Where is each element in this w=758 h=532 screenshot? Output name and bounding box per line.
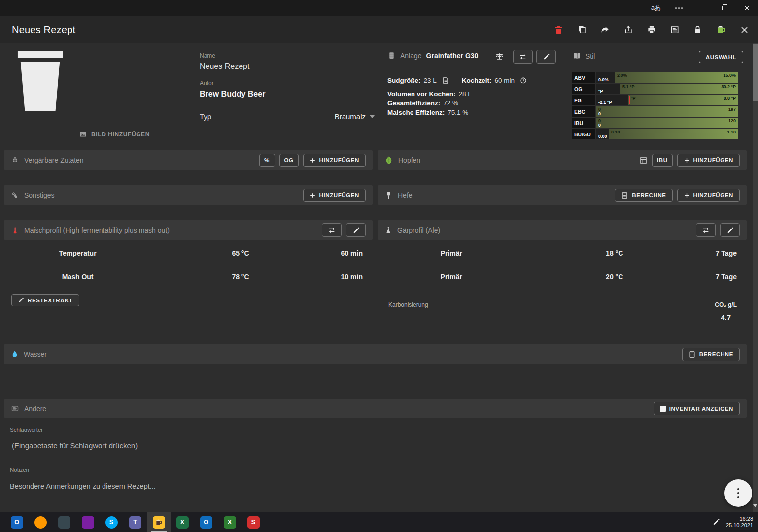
taskbar-item-teams[interactable]: T: [123, 512, 147, 532]
carbonation-label: Karbonisierung: [388, 301, 428, 308]
fermentation-section-header: Gärprofil (Ale): [378, 220, 747, 240]
scrollbar-thumb[interactable]: [753, 44, 758, 101]
scale-button[interactable]: [495, 52, 504, 61]
other-section-header: Andere INVENTAR ANZEIGEN: [4, 399, 747, 418]
more-actions-fab[interactable]: [724, 479, 752, 507]
fermentables-og-button[interactable]: OG: [279, 154, 299, 167]
printer-icon: [647, 25, 656, 34]
print-button[interactable]: [647, 25, 656, 34]
add-image-button[interactable]: BILD HINZUFÜGEN: [79, 130, 150, 138]
style-range-bar: [596, 106, 738, 117]
show-inventory-button[interactable]: INVENTAR ANZEIGEN: [654, 402, 740, 415]
type-label: Typ: [200, 112, 211, 121]
name-input[interactable]: [200, 62, 375, 71]
scroll-down-arrow[interactable]: [753, 504, 757, 507]
edit-mash-profile-button[interactable]: [346, 223, 366, 237]
timer-icon: [519, 76, 527, 84]
notes-input[interactable]: [4, 478, 719, 495]
boil-time-label: Kochzeit:: [462, 77, 492, 84]
batch-size-label: Sudgröße:: [387, 77, 421, 84]
edit-fermentation-profile-button[interactable]: [720, 223, 740, 237]
window-close-button[interactable]: [735, 0, 758, 16]
water-droplet-icon: [11, 350, 19, 358]
close-icon: [740, 25, 749, 34]
checkbox-icon: [660, 406, 666, 412]
style-select-button[interactable]: AUSWAHL: [699, 51, 743, 63]
vertical-dots-icon: [737, 488, 739, 498]
vertical-scrollbar[interactable]: [753, 43, 758, 512]
name-label: Name: [200, 52, 215, 59]
total-efficiency-label: Gesamteffizienz:: [387, 100, 440, 107]
total-efficiency-value: 72 %: [443, 100, 458, 107]
taskbar-item-editor[interactable]: [52, 512, 76, 532]
type-select[interactable]: Braumalz: [335, 112, 375, 121]
water-title: Wasser: [24, 350, 47, 358]
brew-app-icon: [153, 516, 165, 529]
hops-add-button[interactable]: HINZUFÜGEN: [677, 154, 740, 167]
taskbar-clock[interactable]: 16:28 25.10.2021: [726, 516, 753, 529]
fermentables-add-button[interactable]: HINZUFÜGEN: [303, 154, 366, 167]
taskbar-item-excel-file[interactable]: X: [218, 512, 241, 532]
yeast-add-button[interactable]: HINZUFÜGEN: [677, 189, 740, 202]
lock-button[interactable]: [693, 25, 702, 34]
excel-file-icon: X: [224, 516, 236, 529]
mash-efficiency-label: Maische Effizienz:: [387, 109, 445, 116]
ellipsis-icon: [675, 7, 683, 9]
edit-equipment-button[interactable]: [536, 50, 556, 64]
brew-button[interactable]: [716, 24, 726, 35]
report-button[interactable]: [670, 25, 680, 34]
batch-note-button[interactable]: [442, 77, 449, 84]
taskbar-item-openoffice[interactable]: O: [5, 512, 29, 532]
fermentation-step-row[interactable]: Primär 18 °C 7 Tage: [378, 247, 747, 260]
taskbar-item-pdf-app[interactable]: S: [241, 512, 265, 532]
fermentation-step-row[interactable]: Primär 20 °C 7 Tage: [378, 270, 747, 283]
book-icon: [573, 52, 582, 61]
author-input[interactable]: [200, 90, 375, 99]
window-more-button[interactable]: [667, 0, 690, 16]
taskbar-item-outlook[interactable]: O: [194, 512, 218, 532]
taskbar-item-skype[interactable]: S: [100, 512, 123, 532]
mash-step-row[interactable]: Temperatur 65 °C 60 min: [4, 247, 373, 260]
close-recipe-button[interactable]: [740, 25, 749, 34]
swap-mash-profile-button[interactable]: [322, 223, 342, 237]
windows-ink-button[interactable]: [712, 518, 720, 526]
tags-input[interactable]: [4, 437, 747, 454]
pencil-icon: [352, 227, 360, 234]
input-language-indicator[interactable]: aあ: [645, 0, 667, 16]
swap-fermentation-profile-button[interactable]: [696, 223, 716, 237]
water-calc-button[interactable]: BERECHNE: [682, 348, 740, 361]
delete-recipe-button[interactable]: [553, 25, 564, 35]
rest-extract-button[interactable]: RESTEXTRAKT: [11, 294, 79, 306]
teams-icon: T: [129, 516, 141, 529]
boil-timer-button[interactable]: [519, 76, 527, 84]
yeast-title: Hefe: [398, 191, 413, 199]
yeast-calc-button[interactable]: BERECHNE: [615, 189, 672, 202]
equipment-label: Anlage: [400, 52, 422, 60]
window-restore-button[interactable]: [713, 0, 735, 16]
taskbar-item-messenger[interactable]: [76, 512, 100, 532]
mash-efficiency-value: 75.1 %: [448, 109, 468, 116]
fermentables-percent-button[interactable]: %: [259, 154, 275, 167]
hops-list-button[interactable]: [639, 156, 648, 165]
taskbar-item-brew-app[interactable]: [147, 512, 171, 532]
taskbar-item-excel[interactable]: X: [171, 512, 194, 532]
co2-value[interactable]: 4.7: [672, 313, 731, 322]
share-button[interactable]: [600, 25, 610, 34]
swap-equipment-button[interactable]: [513, 50, 533, 64]
card-icon: [11, 404, 19, 413]
hops-ibu-button[interactable]: IBU: [652, 154, 673, 167]
plus-icon: [684, 192, 690, 199]
misc-add-button[interactable]: HINZUFÜGEN: [303, 189, 366, 202]
taskbar-item-browser[interactable]: [29, 512, 52, 532]
tags-label: Schlagwörter: [10, 427, 43, 432]
pencil-icon: [18, 297, 24, 303]
window-minimize-button[interactable]: [690, 0, 713, 16]
window-titlebar: aあ: [0, 0, 758, 16]
author-underline: [200, 104, 375, 104]
beer-mug-icon: [716, 24, 726, 35]
mash-step-row[interactable]: Mash Out 78 °C 10 min: [4, 270, 373, 283]
restore-icon: [722, 6, 726, 10]
export-button[interactable]: [623, 25, 633, 34]
copy-recipe-button[interactable]: [577, 25, 587, 34]
share-icon: [600, 25, 610, 34]
